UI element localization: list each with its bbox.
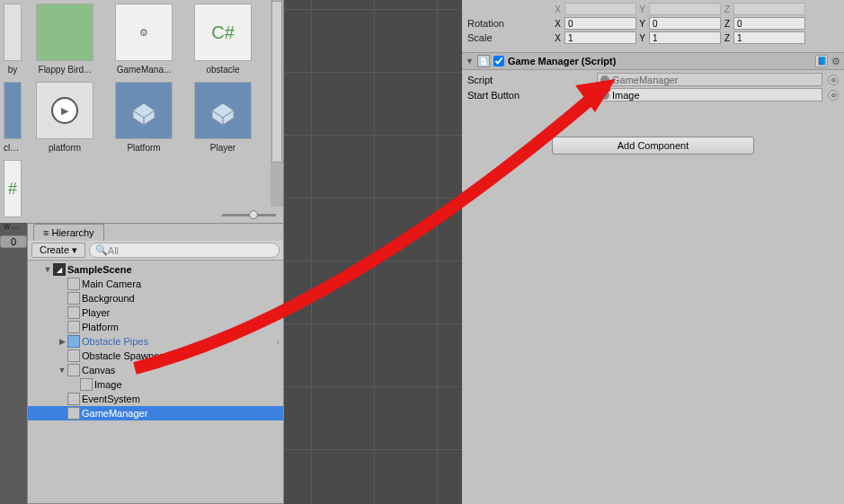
unity-icon: ◢ [53,263,66,276]
hierarchy-item[interactable]: Platform [28,320,283,334]
expand-arrow-icon[interactable]: ▶ [57,337,67,346]
prefab-icon [126,93,162,128]
expand-arrow-icon[interactable]: ▼ [42,265,53,274]
scene-viewport[interactable] [284,0,462,504]
script-field: GameManager [597,73,822,86]
add-component-button[interactable]: Add Component [552,137,754,155]
scale-z-input[interactable] [733,31,805,44]
hierarchy-item-label: Canvas [82,365,115,376]
asset-item[interactable]: Platform [108,82,180,153]
hierarchy-panel: ≡ Hierarchy Create ▾ 🔍All ▼ ◢ SampleScen… [27,223,284,504]
rotation-x-input[interactable] [564,17,636,30]
gameobject-icon [67,321,80,333]
rotation-y-input[interactable] [649,17,721,30]
hierarchy-search[interactable]: 🔍All [89,243,280,258]
hierarchy-item-label: Obstacle Pipes [82,336,148,347]
asset-item[interactable]: C#obstacle [187,4,259,75]
prefab-icon [205,93,241,128]
scrollbar-thumb[interactable] [271,1,282,163]
component-header-gamemanager[interactable]: ▼ 📄 Game Manager (Script) 📘 ⚙ [462,52,844,70]
inspector-panel: X Y Z Rotation X Y Z Scale X Y Z ▼ 📄 Gam… [462,0,844,504]
gameobject-obj-icon [600,91,609,100]
console-badge[interactable]: 0 [0,235,27,248]
hierarchy-item[interactable]: GameManager [28,406,283,420]
hierarchy-item-label: Platform [82,322,119,332]
asset-item[interactable]: by [4,4,22,75]
hierarchy-item[interactable]: Player [28,305,283,320]
scale-x-input[interactable] [564,31,636,44]
slider-thumb[interactable] [249,210,258,219]
asset-item[interactable]: #wner [4,160,22,231]
hierarchy-item-label: Obstacle Spawner [82,350,163,361]
gameobject-icon [67,349,80,362]
project-assets-panel: by Flappy Bird... ⚙GameMana... C#obstacl… [0,0,284,223]
hierarchy-item-label: Player [82,307,110,318]
gear-icon[interactable]: ⚙ [831,56,840,67]
gameobject-icon [67,393,80,405]
gameobject-icon [67,335,80,348]
hierarchy-item-label: Background [82,293,135,304]
hierarchy-toolbar: Create ▾ 🔍All [28,241,283,261]
position-z-input[interactable] [733,3,805,15]
hierarchy-item-label: Main Camera [82,279,141,289]
play-icon: ▶ [51,97,78,124]
hierarchy-item[interactable]: Obstacle Spawner [28,349,283,363]
asset-item[interactable]: ⚙GameMana... [108,4,180,75]
position-y-input[interactable] [649,3,721,15]
hierarchy-item[interactable]: ▼Canvas [28,363,283,377]
thumbnail-size-slider[interactable] [222,210,276,221]
hierarchy-item[interactable]: ▶Obstacle Pipes› [28,334,283,349]
asset-item[interactable]: Player [187,82,259,153]
tab-hierarchy[interactable]: ≡ Hierarchy [33,224,104,241]
expand-arrow-icon[interactable]: ▼ [57,366,67,375]
object-picker-icon[interactable]: ⊙ [828,75,839,85]
gameobject-icon [67,306,80,319]
help-icon[interactable]: 📘 [815,55,828,67]
dropdown-icon: ▾ [72,244,77,255]
gameobject-icon [67,292,80,305]
create-button[interactable]: Create ▾ [31,243,85,258]
start-button-field[interactable]: Image [597,88,822,102]
expand-arrow-icon[interactable]: ▼ [466,57,474,66]
hierarchy-item[interactable]: Main Camera [28,277,283,291]
position-x-input[interactable] [564,3,636,15]
transform-component: X Y Z Rotation X Y Z Scale X Y Z [462,0,844,47]
hierarchy-item-label: Image [94,379,122,390]
rotation-z-input[interactable] [733,17,805,30]
gameobject-icon [80,378,93,391]
asset-item[interactable]: cle S... [4,82,22,153]
script-icon: 📄 [477,55,490,67]
object-picker-icon[interactable]: ⊙ [828,90,839,101]
hierarchy-item-label: EventSystem [82,393,140,404]
gameobject-icon [67,407,80,420]
component-body-gamemanager: Script GameManager ⊙ Start Button Image … [462,70,844,110]
component-enable-checkbox[interactable] [493,56,504,66]
hierarchy-tree: ▼ ◢ SampleScene Main CameraBackgroundPla… [28,261,283,422]
asset-grid: by Flappy Bird... ⚙GameMana... C#obstacl… [0,0,283,78]
gameobject-icon [67,278,80,290]
hierarchy-item[interactable]: Image [28,377,283,392]
scale-y-input[interactable] [649,31,721,44]
hierarchy-item[interactable]: EventSystem [28,392,283,406]
chevron-right-icon[interactable]: › [277,337,280,347]
asset-grid: cle S... ▶platform Platform Player [0,78,283,156]
search-icon: 🔍 [95,244,108,256]
scene-row[interactable]: ▼ ◢ SampleScene [28,262,283,277]
asset-item[interactable]: Flappy Bird... [29,4,101,75]
gameobject-icon [67,364,80,376]
scrollbar-vertical[interactable] [271,0,283,207]
gear-icon: ⚙ [139,27,148,39]
asset-item[interactable]: ▶platform [29,82,101,153]
script-obj-icon [600,75,609,84]
hierarchy-item[interactable]: Background [28,291,283,305]
hierarchy-item-label: GameManager [82,408,147,419]
